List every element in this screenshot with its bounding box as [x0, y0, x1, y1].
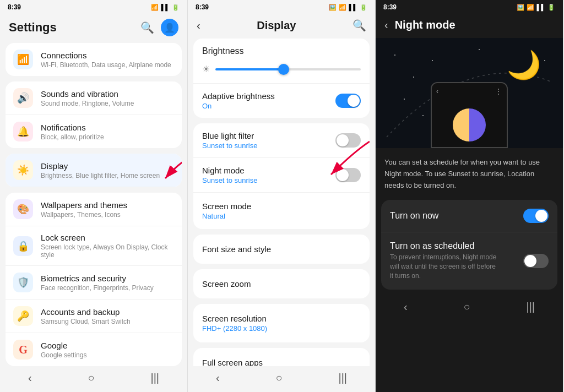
phone-top-bar: ‹ ⋮: [436, 88, 502, 95]
turn-on-now-toggle[interactable]: [523, 209, 549, 223]
home-button-3[interactable]: ○: [463, 301, 470, 313]
battery-icon: 🔋: [172, 4, 180, 11]
accounts-icon: 🔑: [13, 306, 33, 326]
back-button-4[interactable]: ‹: [404, 301, 408, 313]
lockscreen-icon: 🔒: [13, 236, 33, 256]
sun-dim-icon: ☀: [202, 64, 210, 74]
display-panel-title: Display: [257, 19, 296, 32]
settings-item-lockscreen[interactable]: 🔒 Lock screen Screen lock type, Always O…: [6, 226, 182, 266]
turn-on-now-option[interactable]: Turn on now: [381, 200, 557, 232]
font-card: Font size and style: [193, 235, 370, 264]
home-button-1[interactable]: ○: [88, 372, 94, 384]
settings-item-connections[interactable]: 📶 Connections Wi-Fi, Bluetooth, Data usa…: [6, 43, 182, 76]
recent-button-1[interactable]: |||: [150, 372, 159, 384]
night-options-card: Turn on now Turn on as scheduled To prev…: [381, 200, 557, 289]
brightness-card: Brightness ☀ Adaptive brightness On: [193, 39, 370, 118]
slider-thumb[interactable]: [278, 64, 289, 75]
biometrics-title: Biometrics and security: [41, 274, 154, 283]
turn-on-scheduled-toggle[interactable]: [523, 254, 549, 268]
wifi-icon-3: 📶: [527, 4, 534, 11]
back-button-3[interactable]: ‹: [216, 372, 220, 384]
settings-card-display: ☀️ Display Brightness, Blue light filter…: [6, 154, 182, 187]
screen-res-title: Screen resolution: [202, 314, 361, 323]
status-icons-2: 🖼️ 📶 ▌▌ 🔋: [329, 4, 367, 11]
home-button-2[interactable]: ○: [275, 372, 282, 384]
nav-bar-2: ‹ ○ |||: [188, 366, 375, 392]
toggle-knob-scheduled: [524, 255, 536, 267]
settings-item-notifications[interactable]: 🔔 Notifications Block, allow, prioritize: [6, 115, 182, 148]
recent-button-2[interactable]: |||: [338, 372, 347, 384]
display-list: Brightness ☀ Adaptive brightness On: [188, 39, 375, 366]
recent-button-3[interactable]: |||: [526, 301, 535, 313]
google-subtitle: Google settings: [41, 351, 86, 359]
screen-zoom-card: Screen zoom: [193, 269, 370, 298]
display-panel: 8:39 🖼️ 📶 ▌▌ 🔋 ‹ Display 🔍 Brightness ☀: [188, 0, 376, 392]
search-icon[interactable]: 🔍: [140, 21, 154, 34]
avatar[interactable]: 👤: [161, 19, 178, 36]
signal-icon-2: ▌▌: [349, 4, 357, 10]
brightness-row: ☀: [202, 64, 361, 74]
phone-chevron-icon: ‹: [436, 88, 438, 95]
screen-res-card: Screen resolution FHD+ (2280 x 1080): [193, 304, 370, 342]
adaptive-brightness-item[interactable]: Adaptive brightness On: [193, 83, 370, 118]
notifications-title: Notifications: [41, 123, 104, 132]
adaptive-brightness-sub: On: [202, 102, 275, 110]
night-mode-item[interactable]: Night mode Sunset to sunrise: [193, 157, 370, 192]
connections-title: Connections: [41, 51, 171, 60]
sounds-title: Sounds and vibration: [41, 89, 134, 99]
adaptive-brightness-toggle[interactable]: [335, 94, 361, 108]
settings-item-biometrics[interactable]: 🛡️ Biometrics and security Face recognit…: [6, 266, 182, 300]
settings-item-sounds[interactable]: 🔊 Sounds and vibration Sound mode, Ringt…: [6, 81, 182, 115]
font-size-item[interactable]: Font size and style: [193, 235, 370, 264]
header-icons: 🔍 👤: [140, 19, 178, 36]
settings-card-sounds: 🔊 Sounds and vibration Sound mode, Ringt…: [6, 81, 182, 148]
night-mode-sub: Sunset to sunrise: [202, 176, 257, 184]
settings-list: 📶 Connections Wi-Fi, Bluetooth, Data usa…: [0, 43, 187, 366]
display-search-icon[interactable]: 🔍: [352, 19, 366, 32]
connections-subtitle: Wi-Fi, Bluetooth, Data usage, Airplane m…: [41, 61, 171, 69]
battery-icon-3: 🔋: [547, 4, 555, 11]
turn-on-scheduled-option[interactable]: Turn on as scheduled To prevent interrup…: [381, 232, 557, 289]
status-icons-1: 📶 ▌▌ 🔋: [151, 4, 180, 11]
screen-res-sub: FHD+ (2280 x 1080): [202, 324, 361, 333]
back-button-1[interactable]: ‹: [28, 372, 32, 384]
settings-item-display[interactable]: ☀️ Display Brightness, Blue light filter…: [6, 154, 182, 187]
blue-light-toggle[interactable]: [335, 133, 361, 148]
display-header: ‹ Display 🔍: [188, 13, 375, 39]
back-button-night[interactable]: ‹: [384, 19, 388, 31]
turn-on-now-title: Turn on now: [390, 211, 438, 221]
google-icon: G: [13, 340, 33, 360]
screen-mode-item[interactable]: Screen mode Natural: [193, 192, 370, 229]
settings-item-accounts[interactable]: 🔑 Accounts and backup Samsung Cloud, Sma…: [6, 300, 182, 333]
screen-mode-sub: Natural: [202, 212, 361, 220]
screen-mode-title: Screen mode: [202, 202, 361, 211]
signal-icon-3: ▌▌: [536, 4, 545, 10]
phone-mockup: ‹ ⋮: [431, 82, 508, 148]
wallpapers-subtitle: Wallpapers, Themes, Icons: [41, 211, 127, 219]
full-screen-item[interactable]: Full screen apps Choose which apps you w…: [193, 348, 370, 366]
screen-res-item[interactable]: Screen resolution FHD+ (2280 x 1080): [193, 304, 370, 342]
settings-header: Settings 🔍 👤: [0, 13, 187, 43]
nav-bar-3: ‹ ○ |||: [376, 295, 563, 321]
screen-zoom-item[interactable]: Screen zoom: [193, 269, 370, 298]
settings-item-google[interactable]: G Google Google settings: [6, 333, 182, 366]
nav-bar-1: ‹ ○ |||: [0, 366, 187, 392]
battery-icon-2: 🔋: [360, 4, 367, 11]
lockscreen-title: Lock screen: [41, 233, 174, 242]
wallpapers-title: Wallpapers and themes: [41, 200, 127, 210]
wifi-icon: 📶: [151, 4, 159, 11]
status-bar-1: 8:39 📶 ▌▌ 🔋: [0, 0, 187, 13]
blue-light-title: Blue light filter: [202, 131, 257, 140]
sounds-icon: 🔊: [13, 88, 33, 108]
biometrics-icon: 🛡️: [13, 273, 33, 292]
toggle-knob-blue: [337, 134, 349, 146]
back-button-2[interactable]: ‹: [197, 19, 200, 32]
brightness-slider[interactable]: [215, 68, 361, 70]
wallpapers-icon: 🎨: [13, 199, 33, 219]
notifications-icon: 🔔: [13, 122, 33, 141]
settings-item-wallpapers[interactable]: 🎨 Wallpapers and themes Wallpapers, Them…: [6, 193, 182, 226]
blue-light-item[interactable]: Blue light filter Sunset to sunrise: [193, 123, 370, 157]
notifications-subtitle: Block, allow, prioritize: [41, 133, 104, 141]
night-mode-toggle[interactable]: [335, 168, 361, 182]
toggle-knob-night: [337, 169, 349, 181]
